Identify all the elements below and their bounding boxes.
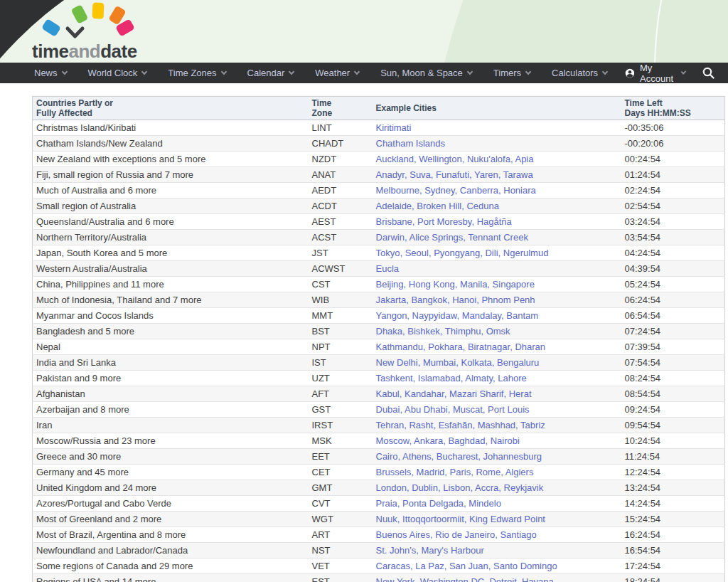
city-link[interactable]: King Edward Point <box>469 514 545 524</box>
city-link[interactable]: Honiara <box>503 185 536 196</box>
city-link[interactable]: Mazari Sharif <box>449 388 504 399</box>
city-link[interactable]: Tokyo <box>376 248 400 258</box>
city-link[interactable]: Kiritimati <box>376 122 412 133</box>
city-link[interactable]: Caracas <box>376 561 410 571</box>
nav-item-calendar[interactable]: Calendar <box>237 63 305 83</box>
city-link[interactable]: Thimphu <box>445 326 481 337</box>
city-link[interactable]: Ankara <box>414 435 443 446</box>
city-link[interactable]: Ngerulmud <box>503 248 549 258</box>
city-link[interactable]: Port Louis <box>488 404 530 415</box>
city-link[interactable]: Nairobi <box>491 435 520 446</box>
city-link[interactable]: Manila <box>460 279 487 290</box>
city-link[interactable]: Anadyr <box>376 169 405 180</box>
city-link[interactable]: Rasht <box>409 420 433 430</box>
city-link[interactable]: Ceduna <box>466 201 499 211</box>
city-link[interactable]: Paris <box>450 467 471 477</box>
city-link[interactable]: Lahore <box>498 373 526 383</box>
city-link[interactable]: Alice Springs <box>409 232 463 243</box>
nav-item-time-zones[interactable]: Time Zones <box>157 63 236 83</box>
nav-item-world-clock[interactable]: World Clock <box>77 63 158 83</box>
city-link[interactable]: Buenos Aires <box>376 529 431 540</box>
city-link[interactable]: Praia <box>376 498 397 509</box>
city-link[interactable]: Kolkata <box>461 357 491 368</box>
city-link[interactable]: La Paz <box>415 561 444 571</box>
city-link[interactable]: Baghdad <box>448 435 485 446</box>
nav-item-sun-moon-space[interactable]: Sun, Moon & Space <box>370 63 483 83</box>
city-link[interactable]: Santiago <box>500 529 536 540</box>
city-link[interactable]: Singapore <box>493 279 535 290</box>
city-link[interactable]: Brisbane <box>376 216 412 227</box>
city-link[interactable]: Kathmandu <box>376 342 424 352</box>
city-link[interactable]: Madrid <box>417 467 445 477</box>
city-link[interactable]: Mary's Harbour <box>421 545 483 556</box>
city-link[interactable]: Wellington <box>419 154 461 164</box>
city-link[interactable]: Pyongyang <box>434 248 480 258</box>
city-link[interactable]: Tarawa <box>503 169 533 180</box>
city-link[interactable]: Almaty <box>465 373 493 383</box>
city-link[interactable]: New York <box>376 576 415 582</box>
city-link[interactable]: Tabriz <box>520 420 545 430</box>
city-link[interactable]: Nuuk <box>376 514 397 524</box>
city-link[interactable]: Mandalay <box>462 310 501 321</box>
city-link[interactable]: Tashkent <box>376 373 413 383</box>
city-link[interactable]: Accra <box>475 482 498 493</box>
city-link[interactable]: Ponta Delgada <box>402 498 464 509</box>
city-link[interactable]: Kandahar <box>405 388 444 399</box>
city-link[interactable]: Muscat <box>453 404 483 415</box>
city-link[interactable]: Jakarta <box>376 295 407 305</box>
city-link[interactable]: Mindelo <box>469 498 501 509</box>
city-link[interactable]: Hagåtña <box>477 216 512 227</box>
city-link[interactable]: Ittoqqortoormiit <box>402 514 464 524</box>
nav-item-weather[interactable]: Weather <box>304 63 370 83</box>
city-link[interactable]: Rome <box>476 467 500 477</box>
city-link[interactable]: Beijing <box>376 279 404 290</box>
city-link[interactable]: Reykjavik <box>504 482 544 493</box>
city-link[interactable]: Hong Kong <box>409 279 455 290</box>
city-link[interactable]: Phnom Penh <box>481 295 535 305</box>
city-link[interactable]: Algiers <box>505 467 534 477</box>
city-link[interactable]: Cairo <box>376 451 398 462</box>
city-link[interactable]: New Delhi <box>376 357 418 368</box>
city-link[interactable]: St. John's <box>376 545 417 556</box>
city-link[interactable]: Yangon <box>376 310 407 321</box>
city-link[interactable]: Dublin <box>412 482 438 493</box>
city-link[interactable]: Johannesburg <box>483 451 542 462</box>
city-link[interactable]: Santo Domingo <box>493 561 557 571</box>
city-link[interactable]: Bantam <box>506 310 538 321</box>
search-button[interactable] <box>692 67 720 79</box>
city-link[interactable]: Mumbai <box>423 357 456 368</box>
city-link[interactable]: Canberra <box>460 185 498 196</box>
city-link[interactable]: Dharan <box>515 342 545 352</box>
city-link[interactable]: Sydney <box>424 185 454 196</box>
city-link[interactable]: Islamabad <box>418 373 461 383</box>
city-link[interactable]: Darwin <box>376 232 405 243</box>
city-link[interactable]: Dili <box>485 248 498 258</box>
city-link[interactable]: Detroit <box>489 576 516 582</box>
city-link[interactable]: Yaren <box>474 169 498 180</box>
city-link[interactable]: Esfahãn <box>439 420 473 430</box>
city-link[interactable]: Moscow <box>376 435 410 446</box>
city-link[interactable]: Washington DC <box>420 576 485 582</box>
city-link[interactable]: Funafuti <box>436 169 469 180</box>
city-link[interactable]: Seoul <box>405 248 429 258</box>
city-link[interactable]: Apia <box>515 154 533 164</box>
city-link[interactable]: Pokhara <box>428 342 462 352</box>
nav-item-calculators[interactable]: Calculators <box>541 63 618 83</box>
city-link[interactable]: Melbourne <box>376 185 419 196</box>
city-link[interactable]: Havana <box>522 576 554 582</box>
city-link[interactable]: Bucharest <box>437 451 478 462</box>
city-link[interactable]: Bishkek <box>407 326 440 337</box>
my-account-menu[interactable]: My Account <box>618 63 692 84</box>
nav-item-news[interactable]: News <box>23 63 77 83</box>
city-link[interactable]: Auckland <box>376 154 414 164</box>
city-link[interactable]: Abu Dhabi <box>405 404 448 415</box>
city-link[interactable]: San Juan <box>449 561 488 571</box>
city-link[interactable]: Port Moresby <box>417 216 471 227</box>
city-link[interactable]: Biratnagar <box>468 342 510 352</box>
city-link[interactable]: Mashhad <box>478 420 515 430</box>
city-link[interactable]: Hanoi <box>452 295 476 305</box>
city-link[interactable]: Suva <box>410 169 431 180</box>
city-link[interactable]: London <box>376 482 407 493</box>
city-link[interactable]: Bangkok <box>411 295 447 305</box>
city-link[interactable]: Tehran <box>376 420 405 430</box>
